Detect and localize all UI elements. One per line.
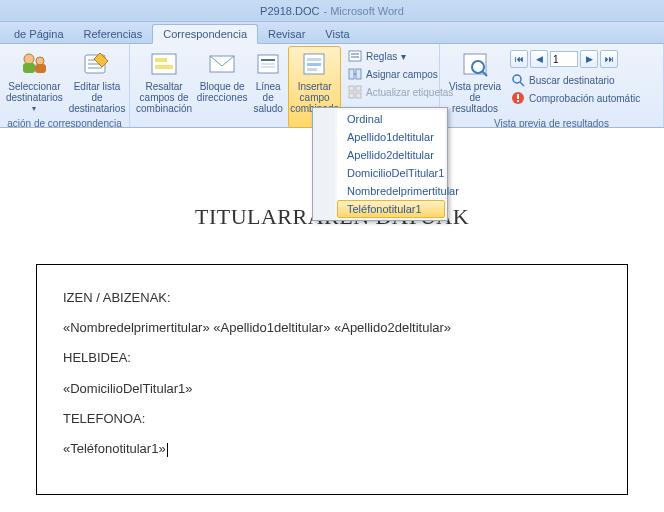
- tab-diseno-pagina[interactable]: de Página: [4, 25, 74, 43]
- svg-rect-37: [517, 100, 519, 102]
- app-name: - Microsoft Word: [323, 5, 404, 17]
- vista-previa-button[interactable]: Vista previa de resultados: [444, 46, 506, 117]
- dropdown-item[interactable]: Nombredelprimertitular: [337, 182, 445, 200]
- group-label-iniciar: ación de correspondencia: [4, 117, 125, 127]
- greeting-line-icon: [252, 49, 284, 79]
- record-nav: ⏮ ◀ ▶ ⏭: [508, 48, 643, 70]
- svg-rect-1: [23, 63, 35, 73]
- svg-point-0: [24, 54, 34, 64]
- nav-first-button[interactable]: ⏮: [510, 50, 528, 68]
- dropdown-item[interactable]: Apellido1deltitular: [337, 128, 445, 146]
- svg-rect-29: [356, 93, 361, 98]
- address-block-icon: [206, 49, 238, 79]
- insert-merge-field-dropdown: OrdinalApellido1deltitularApellido2delti…: [312, 107, 448, 221]
- svg-line-34: [520, 82, 524, 86]
- svg-rect-28: [349, 93, 354, 98]
- dropdown-item[interactable]: DomicilioDelTitular1: [337, 164, 445, 182]
- svg-rect-26: [349, 86, 354, 91]
- find-recipient-icon: [511, 73, 525, 87]
- comprobacion-button[interactable]: Comprobación automátic: [508, 90, 643, 106]
- bloque-direcciones-button[interactable]: Bloque de direcciones: [196, 46, 248, 128]
- highlight-fields-icon: [148, 49, 180, 79]
- svg-point-2: [36, 57, 44, 65]
- label-telefono: TELEFONOA:: [63, 410, 601, 428]
- people-icon: [18, 49, 50, 79]
- svg-rect-3: [35, 64, 46, 73]
- svg-rect-9: [155, 58, 167, 62]
- line-domicilio: «DomicilioDelTitular1»: [63, 380, 601, 398]
- dropdown-item[interactable]: Ordinal: [337, 110, 445, 128]
- auto-check-icon: [511, 91, 525, 105]
- dropdown-item[interactable]: Teléfonotitular1: [337, 200, 445, 218]
- label-helbidea: HELBIDEA:: [63, 349, 601, 367]
- svg-rect-20: [349, 51, 361, 61]
- title-bar: P2918.DOC - Microsoft Word: [0, 0, 664, 22]
- svg-rect-36: [517, 94, 519, 99]
- edit-list-icon: [81, 49, 113, 79]
- record-number-input[interactable]: [550, 51, 578, 67]
- svg-rect-18: [307, 63, 321, 66]
- tab-vista[interactable]: Vista: [315, 25, 359, 43]
- doc-frame: IZEN / ABIZENAK: «Nombredelprimertitular…: [36, 264, 628, 495]
- line-names: «Nombredelprimertitular» «Apellido1delti…: [63, 319, 601, 337]
- match-fields-icon: [348, 67, 362, 81]
- insert-merge-field-icon: [299, 49, 331, 79]
- tab-referencias[interactable]: Referencias: [74, 25, 153, 43]
- group-vista-previa: Vista previa de resultados ⏮ ◀ ▶ ⏭ Busca…: [440, 44, 664, 127]
- linea-saludo-button[interactable]: Línea de saludo: [250, 46, 286, 128]
- tab-revisar[interactable]: Revisar: [258, 25, 315, 43]
- label-izen: IZEN / ABIZENAK:: [63, 289, 601, 307]
- svg-rect-17: [307, 58, 321, 61]
- doc-name: P2918.DOC: [260, 5, 319, 17]
- editar-lista-button[interactable]: Editar lista de destinatarios: [67, 46, 128, 117]
- group-label-vista: Vista previa de resultados: [444, 117, 659, 127]
- svg-point-33: [513, 75, 521, 83]
- nav-next-button[interactable]: ▶: [580, 50, 598, 68]
- svg-rect-27: [356, 86, 361, 91]
- nav-prev-button[interactable]: ◀: [530, 50, 548, 68]
- nav-last-button[interactable]: ⏭: [600, 50, 618, 68]
- svg-rect-8: [152, 54, 176, 74]
- group-iniciar: Seleccionar destinatarios▾ Editar lista …: [0, 44, 130, 127]
- line-telefono: «Teléfonotitular1»: [63, 440, 601, 458]
- resaltar-campos-button[interactable]: Resaltar campos de combinación: [134, 46, 194, 128]
- update-labels-icon: [348, 85, 362, 99]
- svg-rect-19: [307, 68, 317, 71]
- buscar-destinatario-button[interactable]: Buscar destinatario: [508, 72, 643, 88]
- svg-rect-24: [356, 69, 361, 79]
- dropdown-gutter: [313, 108, 335, 220]
- tab-correspondencia[interactable]: Correspondencia: [152, 24, 258, 44]
- svg-rect-10: [155, 65, 173, 69]
- seleccionar-destinatarios-button[interactable]: Seleccionar destinatarios▾: [4, 46, 65, 117]
- svg-rect-23: [349, 69, 354, 79]
- ribbon-tabs: de Página Referencias Correspondencia Re…: [0, 22, 664, 44]
- dropdown-item[interactable]: Apellido2deltitular: [337, 146, 445, 164]
- preview-results-icon: [459, 49, 491, 79]
- rules-icon: [348, 49, 362, 63]
